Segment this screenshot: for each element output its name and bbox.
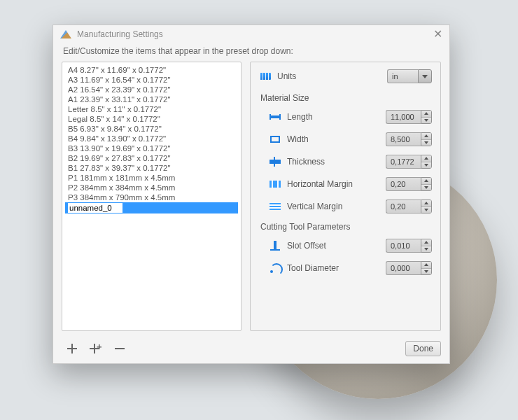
width-icon — [269, 134, 281, 144]
thickness-spinner[interactable] — [386, 155, 432, 169]
spinner-down-icon[interactable] — [421, 269, 431, 275]
list-item[interactable]: P1 181mm x 181mm x 4.5mm — [65, 173, 238, 183]
units-value: in — [387, 69, 418, 83]
list-item[interactable]: P2 384mm x 384mm x 4.5mm — [65, 183, 238, 192]
vmargin-label: Vertical Margin — [287, 202, 380, 211]
length-spinner[interactable] — [386, 110, 432, 124]
list-item[interactable]: B3 13.90" x 19.69" x 0.1772" — [65, 144, 238, 153]
spinner-down-icon[interactable] — [421, 140, 431, 146]
properties-panel: Units in Material Size Length — [250, 62, 441, 331]
preset-list-panel: A4 8.27" x 11.69" x 0.1772"A3 11.69" x 1… — [62, 62, 241, 331]
list-item[interactable]: A2 16.54" x 23.39" x 0.1772" — [65, 85, 238, 94]
list-item[interactable]: Letter 8.5" x 11" x 0.1772" — [65, 104, 238, 114]
manufacturing-settings-dialog: Manufacturing Settings ✕ Edit/Customize … — [52, 24, 450, 364]
hmargin-input[interactable] — [386, 177, 421, 191]
list-item[interactable]: B5 6.93" x 9.84" x 0.1772" — [65, 124, 238, 134]
dialog-body: A4 8.27" x 11.69" x 0.1772"A3 11.69" x 1… — [53, 62, 449, 337]
spinner-up-icon[interactable] — [421, 155, 431, 162]
ruler-icon — [259, 71, 272, 81]
list-item[interactable]: A3 11.69" x 16.54" x 0.1772" — [65, 75, 238, 85]
tool-spinner[interactable] — [386, 261, 432, 275]
list-item-editing[interactable] — [65, 202, 238, 214]
done-button[interactable]: Done — [405, 341, 441, 356]
length-icon — [269, 112, 281, 122]
list-item[interactable]: Legal 8.5" x 14" x 0.1772" — [65, 114, 238, 124]
vertical-margin-icon — [269, 202, 281, 211]
vmargin-input[interactable] — [386, 200, 421, 214]
duplicate-button[interactable] — [88, 341, 104, 356]
spinner-down-icon[interactable] — [421, 246, 431, 253]
app-icon — [60, 30, 71, 38]
tool-input[interactable] — [386, 261, 421, 275]
chevron-down-icon[interactable] — [418, 69, 432, 83]
length-label: Length — [287, 112, 380, 122]
close-icon[interactable]: ✕ — [433, 29, 442, 39]
thickness-icon — [269, 157, 281, 167]
thickness-input[interactable] — [386, 155, 421, 169]
remove-button[interactable] — [112, 341, 127, 356]
titlebar: Manufacturing Settings ✕ — [53, 25, 449, 43]
preset-name-input[interactable] — [68, 203, 122, 213]
spinner-down-icon[interactable] — [421, 162, 431, 169]
units-row: Units in — [259, 69, 432, 83]
tool-label: Tool Diameter — [287, 263, 380, 273]
tool-row: Tool Diameter — [269, 261, 432, 275]
hmargin-row: Horizontal Margin — [269, 177, 432, 191]
preset-list[interactable]: A4 8.27" x 11.69" x 0.1772"A3 11.69" x 1… — [65, 65, 238, 328]
thickness-row: Thickness — [269, 155, 432, 169]
subtitle: Edit/Customize the items that appear in … — [53, 43, 449, 62]
slot-row: Slot Offset — [269, 239, 432, 253]
list-item[interactable]: B1 27.83" x 39.37" x 0.1772" — [65, 163, 238, 173]
width-row: Width — [269, 132, 432, 146]
slot-input[interactable] — [386, 239, 421, 253]
spinner-up-icon[interactable] — [421, 111, 431, 118]
units-label: Units — [277, 71, 382, 81]
horizontal-margin-icon — [269, 179, 281, 189]
width-input[interactable] — [386, 132, 421, 146]
svg-rect-0 — [115, 348, 125, 349]
units-select[interactable]: in — [387, 69, 432, 83]
hmargin-label: Horizontal Margin — [287, 179, 380, 189]
spinner-up-icon[interactable] — [421, 178, 431, 185]
length-row: Length — [269, 110, 432, 124]
spinner-down-icon[interactable] — [421, 118, 431, 124]
thickness-label: Thickness — [287, 157, 380, 167]
background: Manufacturing Settings ✕ Edit/Customize … — [0, 0, 518, 420]
footer: Done — [53, 337, 449, 363]
list-item[interactable]: A4 8.27" x 11.69" x 0.1772" — [65, 65, 238, 75]
slot-offset-icon — [269, 241, 281, 251]
spinner-down-icon[interactable] — [421, 185, 431, 191]
tool-diameter-icon — [269, 263, 281, 273]
spinner-down-icon[interactable] — [421, 207, 431, 214]
list-item[interactable]: P3 384mm x 790mm x 4.5mm — [65, 192, 238, 202]
window-title: Manufacturing Settings — [77, 29, 433, 39]
vmargin-row: Vertical Margin — [269, 200, 432, 214]
width-spinner[interactable] — [386, 132, 432, 146]
add-button[interactable] — [64, 341, 80, 356]
width-label: Width — [287, 134, 380, 144]
material-size-heading: Material Size — [260, 93, 432, 103]
list-item[interactable]: B2 19.69" x 27.83" x 0.1772" — [65, 153, 238, 163]
slot-label: Slot Offset — [287, 241, 380, 251]
spinner-up-icon[interactable] — [421, 239, 431, 246]
hmargin-spinner[interactable] — [386, 177, 432, 191]
vmargin-spinner[interactable] — [386, 200, 432, 214]
spinner-up-icon[interactable] — [421, 262, 431, 269]
spinner-up-icon[interactable] — [421, 200, 431, 207]
list-item[interactable]: B4 9.84" x 13.90" x 0.1772" — [65, 134, 238, 144]
cutting-heading: Cutting Tool Parameters — [260, 222, 432, 232]
slot-spinner[interactable] — [386, 239, 432, 253]
list-item[interactable]: A1 23.39" x 33.11" x 0.1772" — [65, 94, 238, 104]
spinner-up-icon[interactable] — [421, 133, 431, 140]
length-input[interactable] — [386, 110, 421, 124]
